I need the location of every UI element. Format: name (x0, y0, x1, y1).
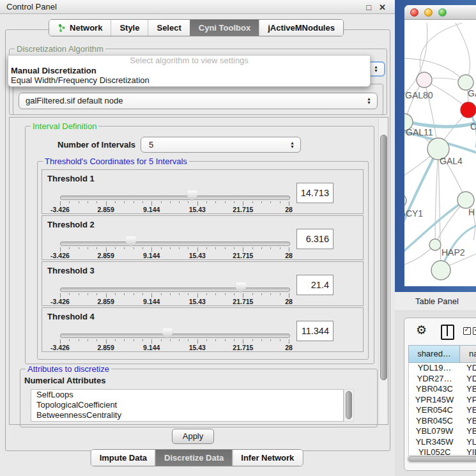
combo-arrows-icon: ▲▼ (374, 65, 378, 73)
numerical-attributes-label: Numerical Attributes (24, 376, 105, 385)
interval-definition-label: Interval Definition (31, 121, 98, 131)
interval-definition-group: Interval Definition Number of Intervals … (25, 126, 374, 364)
network-node-h[interactable] (457, 192, 474, 208)
scrollbar-thumb[interactable] (408, 456, 476, 462)
threshold-coordinates-group: Threshold's Coordinates for 5 Intervals … (37, 161, 369, 360)
table-data-combobox[interactable]: galFiltered.sif default node ▲▼ (19, 93, 378, 109)
slider-track[interactable] (60, 288, 290, 292)
tab-select[interactable]: Select (148, 20, 189, 36)
minimize-traffic-light-icon[interactable] (424, 8, 433, 17)
table-row[interactable]: YBR043CYBR0 (409, 384, 476, 395)
network-edge[interactable] (438, 149, 441, 269)
settings-panel: Interval Definition Number of Intervals … (9, 117, 388, 425)
table-row[interactable]: YER054CYER0 (409, 405, 476, 416)
column-header-shared-name[interactable]: shared… (409, 346, 460, 362)
table-row[interactable]: YBL079WYBL0 (409, 426, 476, 437)
tab-impute-data[interactable]: Impute Data (91, 450, 155, 466)
slider-track[interactable] (60, 242, 290, 246)
threshold-2-panel: Threshold 2-3.4262.8599.14415.4321.71528… (42, 215, 364, 260)
network-node-label: GAL11 (406, 127, 433, 137)
close-icon[interactable]: ✕ (379, 3, 386, 12)
cell-shared-name: YLR345W (409, 437, 460, 448)
apply-button[interactable]: Apply (172, 429, 214, 444)
select-columns-icon[interactable] (463, 327, 476, 335)
network-edge[interactable] (456, 23, 470, 82)
tab-jactivemnodules[interactable]: jActiveMNodules (259, 20, 343, 36)
cell-name: YDL1 (460, 363, 476, 374)
tab-style[interactable]: Style (111, 20, 148, 36)
tab-label: Style (119, 23, 139, 33)
window-buttons: □ ✕ (366, 0, 386, 14)
slider-tick-labels: -3.4262.8599.14415.4321.71528 (60, 298, 289, 305)
network-node-gcy1[interactable] (404, 194, 406, 207)
network-edge-highlighted[interactable] (404, 119, 476, 127)
threshold-value-field[interactable]: 21.4 (296, 275, 334, 295)
control-panel-titlebar: Control Panel (0, 0, 395, 14)
cell-shared-name: YBL079W (409, 426, 460, 437)
cell-shared-name: YDL19… (409, 363, 460, 374)
float-window-icon[interactable]: □ (366, 3, 371, 12)
numerical-attributes-list[interactable]: SelfLoopsTopologicalCoefficientBetweenne… (31, 389, 344, 422)
tab-infer-network[interactable]: Infer Network (232, 450, 302, 466)
tab-cyni-toolbox[interactable]: Cyni Toolbox (190, 20, 259, 36)
algorithm-dropdown-popup: Select algorithm to view settings Manual… (8, 55, 371, 87)
dropdown-option-manual[interactable]: Manual Discretization (8, 66, 370, 75)
close-traffic-light-icon[interactable] (410, 8, 418, 17)
attribute-item[interactable]: SelfLoops (31, 390, 343, 400)
slider-track[interactable] (60, 196, 290, 200)
network-edge[interactable] (435, 149, 438, 245)
slider-track[interactable] (60, 334, 290, 338)
attributes-group-label: Attributes to discretize (26, 364, 111, 374)
network-edge[interactable] (404, 58, 466, 82)
table-row[interactable]: YDR27…YDR2 (409, 374, 476, 385)
attribute-item[interactable]: TopologicalCoefficient (31, 400, 343, 410)
cell-name: YER0 (460, 405, 476, 416)
table-header-row: shared… na (408, 345, 476, 363)
network-node[interactable] (431, 261, 450, 280)
dropdown-option-equal-width[interactable]: Equal Width/Frequency Discretization (8, 75, 370, 85)
threshold-value-field[interactable]: 14.713 (296, 183, 334, 203)
attribute-item[interactable]: BetweennessCentrality (31, 410, 343, 420)
attributes-scrollbar[interactable] (344, 389, 354, 422)
threshold-label: Threshold 4 (47, 312, 95, 321)
dropdown-prompt[interactable]: Select algorithm to view settings (8, 56, 370, 66)
settings-vertical-scrollbar[interactable] (378, 118, 387, 424)
cell-shared-name: YER054C (409, 405, 460, 416)
threshold-value-field[interactable]: 6.316 (296, 229, 334, 249)
table-horizontal-scrollbar[interactable] (407, 455, 476, 463)
table-row[interactable]: YBR045CYBR0 (409, 416, 476, 427)
table-row[interactable]: YPR145WYPR1 (409, 395, 476, 406)
table-row[interactable]: YDL19…YDL1 (409, 363, 476, 374)
zoom-traffic-light-icon[interactable] (438, 8, 447, 17)
threshold-value-field[interactable]: 11.344 (296, 321, 334, 341)
top-tab-bar: NetworkStyleSelectCyni ToolboxjActiveMNo… (49, 19, 344, 36)
split-columns-icon[interactable] (441, 325, 454, 340)
network-window-titlebar[interactable] (404, 5, 476, 20)
column-header-name[interactable]: na (460, 346, 476, 362)
table-panel-titlebar: Table Panel (395, 292, 476, 311)
threshold-label: Threshold 3 (47, 266, 95, 275)
network-node-gal80[interactable] (417, 72, 432, 88)
network-icon (58, 24, 66, 33)
tab-network[interactable]: Network (49, 20, 111, 36)
slider-tick-labels: -3.4262.8599.14415.4321.71528 (60, 252, 289, 259)
threshold-label: Threshold 1 (47, 174, 95, 183)
gear-icon[interactable]: ⚙ (416, 323, 427, 337)
number-of-intervals-value: 5 (149, 140, 153, 150)
network-edge-highlighted[interactable] (404, 149, 438, 234)
network-node-label: H (468, 207, 475, 217)
network-node-c[interactable] (461, 102, 476, 118)
control-panel: Control Panel □ ✕ NetworkStyleSelectCyni… (0, 0, 395, 476)
number-of-intervals-label: Number of Intervals (58, 140, 135, 150)
table-row[interactable]: YLR345WYLR3 (409, 437, 476, 448)
scrollbar-thumb[interactable] (380, 135, 387, 380)
scrollbar-thumb[interactable] (346, 391, 352, 419)
tab-discretize-data[interactable]: Discretize Data (155, 450, 232, 466)
network-canvas[interactable]: GAL80GACGAL11GAL4GCY1HHAP2 (404, 20, 476, 286)
number-of-intervals-combobox[interactable]: 5 ▲▼ (141, 137, 301, 153)
network-node-hap2[interactable] (429, 239, 441, 250)
table-data-group: Table Data galFiltered.sif default node … (13, 84, 383, 115)
table-panel-card: ⚙ shared… na YDL19…YDL1YDR27…YDR2YBR043C… (404, 318, 476, 471)
network-node-label: C (470, 121, 476, 132)
combo-arrows-icon: ▲▼ (367, 97, 371, 105)
